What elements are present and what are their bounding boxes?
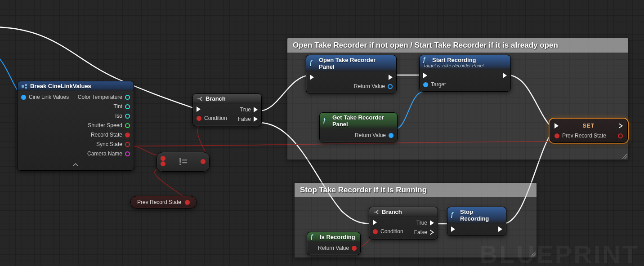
- node-start-recording[interactable]: f Start Recording Target is Take Recorde…: [419, 55, 511, 92]
- svg-rect-1: [25, 84, 27, 86]
- collapse-toggle[interactable]: [18, 160, 134, 170]
- node-header[interactable]: Branch: [369, 207, 438, 217]
- pin-value-out[interactable]: [618, 133, 623, 138]
- node-branch[interactable]: Branch Condition True False: [192, 93, 262, 126]
- branch-icon: [373, 209, 379, 215]
- break-struct-icon: [21, 83, 27, 89]
- node-header[interactable]: f Start Recording Target is Take Recorde…: [420, 55, 510, 70]
- node-subtitle: Target is Take Recorder Panel: [423, 63, 483, 68]
- function-icon: f: [451, 212, 457, 218]
- node-break-cinelinkvalues[interactable]: Break CineLinkValues Cine Link Values Co…: [17, 81, 134, 171]
- pin-exec-in[interactable]: [373, 220, 403, 225]
- pin-record-state[interactable]: Record State: [91, 132, 130, 138]
- pin-exec-in[interactable]: [310, 75, 314, 80]
- pin-condition[interactable]: Condition: [373, 228, 403, 235]
- node-title: Branch: [382, 208, 402, 215]
- watermark-text: BLUEPRINT: [479, 239, 640, 266]
- pin-false[interactable]: False: [238, 116, 258, 122]
- pin-exec-out[interactable]: [503, 73, 507, 78]
- pin-false[interactable]: False: [414, 229, 434, 235]
- operator-label: !=: [179, 156, 188, 168]
- pin-exec-in[interactable]: [423, 73, 446, 78]
- pin-sync-state[interactable]: Sync State: [96, 141, 130, 147]
- svg-rect-2: [25, 87, 27, 89]
- function-icon: f: [323, 118, 330, 124]
- node-set-prev-record-state[interactable]: SET Prev Record State: [550, 119, 628, 143]
- node-title: Branch: [206, 95, 226, 102]
- pin-color-temperature[interactable]: Color Temperature: [78, 94, 130, 100]
- comment-title[interactable]: Stop Take Recorder if it is Running: [295, 183, 537, 197]
- node-is-recording[interactable]: f Is Recording Return Value: [307, 232, 361, 255]
- pin-exec-in[interactable]: [451, 226, 455, 232]
- node-var-prev-record-state[interactable]: Prev Record State: [130, 196, 197, 208]
- svg-rect-0: [22, 85, 24, 88]
- pin-iso[interactable]: Iso: [115, 113, 130, 119]
- resize-handle[interactable]: [622, 153, 627, 159]
- node-title: Stop Recording: [460, 208, 502, 222]
- branch-icon: [197, 96, 203, 102]
- node-not-equal[interactable]: !=: [157, 152, 210, 172]
- comment-title[interactable]: Open Take Recorder if not open / Start T…: [287, 38, 628, 53]
- pin-b[interactable]: [161, 161, 165, 168]
- pin-exec-out[interactable]: [498, 226, 502, 232]
- function-icon: f: [310, 60, 316, 66]
- node-title: Is Recording: [320, 234, 355, 240]
- pin-exec-out[interactable]: [619, 123, 623, 129]
- function-icon: f: [311, 234, 317, 240]
- node-header[interactable]: f Stop Recording: [447, 207, 506, 224]
- pin-exec-in[interactable]: [555, 123, 559, 129]
- pin-shutter-speed[interactable]: Shutter Speed: [88, 122, 130, 129]
- pin-true[interactable]: True: [240, 106, 258, 113]
- node-title: Break CineLinkValues: [30, 83, 91, 89]
- node-header[interactable]: Break CineLinkValues: [18, 81, 134, 91]
- node-title: Start Recording: [432, 57, 476, 63]
- pin-tint[interactable]: Tint: [113, 103, 130, 110]
- pin-return-value[interactable]: Return Value: [354, 83, 393, 89]
- node-branch-lower[interactable]: Branch Condition True False: [369, 207, 438, 239]
- pin-result[interactable]: [201, 159, 206, 165]
- pin-target[interactable]: Target: [423, 81, 446, 88]
- node-header[interactable]: f Open Take Recorder Panel: [306, 55, 396, 72]
- pin-prev-record-state-in[interactable]: Prev Record State: [555, 133, 606, 139]
- node-header[interactable]: f Get Take Recorder Panel: [320, 113, 397, 129]
- node-get-take-recorder-panel[interactable]: f Get Take Recorder Panel Return Value: [319, 112, 398, 142]
- pin-camera-name[interactable]: Camera Name: [87, 151, 130, 157]
- pin-true[interactable]: True: [416, 220, 434, 226]
- node-header[interactable]: Branch: [193, 94, 261, 104]
- node-open-take-recorder-panel[interactable]: f Open Take Recorder Panel Return Value: [306, 55, 397, 93]
- pin-exec-out[interactable]: [389, 75, 393, 80]
- pin-return-value[interactable]: Return Value: [318, 245, 357, 251]
- function-icon: f: [423, 57, 429, 63]
- set-label: SET: [583, 123, 595, 129]
- node-title: Open Take Recorder Panel: [319, 57, 393, 70]
- pin-cine-link-values[interactable]: Cine Link Values: [21, 94, 69, 100]
- node-title: Get Take Recorder Panel: [332, 114, 394, 128]
- node-header[interactable]: f Is Recording: [307, 232, 360, 242]
- pin-value-out[interactable]: [185, 200, 190, 205]
- variable-label: Prev Record State: [137, 199, 181, 205]
- pin-return-value[interactable]: Return Value: [355, 132, 394, 138]
- node-stop-recording[interactable]: f Stop Recording: [447, 207, 506, 236]
- pin-condition[interactable]: Condition: [197, 115, 227, 121]
- pin-exec-in[interactable]: [197, 106, 227, 112]
